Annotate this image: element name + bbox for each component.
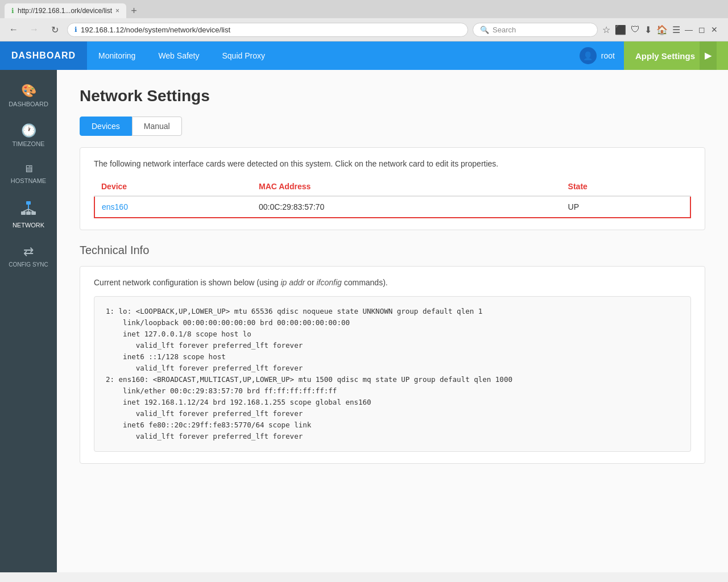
window-controls: — ◻ ✕: [685, 25, 722, 34]
content-area: Network Settings Devices Manual The foll…: [57, 70, 728, 572]
maximize-button[interactable]: ◻: [698, 25, 705, 34]
network-icon: [20, 200, 36, 219]
tech-desc-cmd1: ip addr: [280, 278, 305, 287]
column-header-state: State: [561, 177, 690, 196]
sidebar-label-timezone: TIMEZONE: [13, 140, 45, 147]
reading-mode-icon[interactable]: ⬛: [615, 24, 626, 35]
nav-item-websafety[interactable]: Web Safety: [147, 41, 210, 70]
svg-rect-0: [26, 201, 31, 205]
sidebar-label-hostname: HOSTNAME: [11, 177, 46, 184]
search-bar[interactable]: 🔍 Search: [473, 23, 598, 37]
tab-title: http://192.168.1...ork/device/list: [18, 7, 112, 15]
tech-description: Current network configuration is shown b…: [94, 278, 691, 287]
tech-info-title: Technical Info: [80, 244, 705, 257]
search-icon: 🔍: [480, 26, 489, 34]
nav-items: Monitoring Web Safety Squid Proxy: [87, 41, 276, 70]
tech-desc-plain: Current network configuration is shown b…: [94, 278, 280, 287]
avatar: 👤: [580, 47, 597, 64]
refresh-button[interactable]: ↻: [47, 22, 63, 38]
apply-settings-button[interactable]: Apply Settings ▶: [624, 41, 728, 70]
minimize-button[interactable]: —: [685, 25, 693, 34]
device-description: The following network interface cards we…: [94, 159, 691, 168]
tab-close-button[interactable]: ×: [115, 7, 119, 15]
address-bar[interactable]: ℹ 192.168.1.12/node/system/network/devic…: [67, 23, 468, 37]
svg-line-7: [28, 209, 34, 211]
main-layout: 🎨 DASHBOARD 🕐 TIMEZONE 🖥 HOSTNAME: [0, 70, 728, 572]
dashboard-icon: 🎨: [21, 84, 36, 98]
avatar-icon: 👤: [583, 51, 593, 60]
table-header: Device MAC Address State: [94, 177, 690, 196]
tab-devices[interactable]: Devices: [80, 117, 132, 136]
menu-icon[interactable]: ☰: [672, 24, 680, 35]
browser-toolbar-icons: ☆ ⬛ 🛡 ⬇ 🏠 ☰: [602, 24, 680, 35]
device-table: Device MAC Address State ens160 00:0C:29…: [94, 177, 691, 218]
column-header-device: Device: [94, 177, 252, 196]
browser-chrome: ℹ http://192.168.1...ork/device/list × +…: [0, 0, 728, 41]
download-icon[interactable]: ⬇: [644, 24, 652, 35]
apply-settings-label: Apply Settings: [635, 51, 695, 61]
column-header-mac: MAC Address: [252, 177, 561, 196]
sidebar-label-network: NETWORK: [13, 222, 44, 228]
apply-settings-arrow-icon: ▶: [700, 41, 717, 70]
tab-manual[interactable]: Manual: [132, 117, 182, 136]
browser-tab-bar: ℹ http://192.168.1...ork/device/list × +: [0, 0, 728, 18]
forward-button[interactable]: →: [26, 22, 42, 38]
device-name[interactable]: ens160: [94, 196, 252, 218]
sidebar-item-hostname[interactable]: 🖥 HOSTNAME: [0, 155, 57, 192]
close-window-button[interactable]: ✕: [711, 25, 718, 34]
svg-rect-2: [26, 211, 31, 215]
device-card: The following network interface cards we…: [80, 147, 705, 230]
configsync-icon: ⇄: [23, 244, 34, 259]
tabs: Devices Manual: [80, 117, 705, 136]
sidebar-label-dashboard: DASHBOARD: [9, 101, 48, 107]
tech-desc-end: commands).: [342, 278, 388, 287]
bookmark-star-icon[interactable]: ☆: [602, 24, 610, 35]
search-placeholder: Search: [493, 26, 516, 34]
home-icon[interactable]: 🏠: [656, 24, 668, 35]
tech-info-card: Current network configuration is shown b…: [80, 266, 705, 464]
sidebar-item-network[interactable]: NETWORK: [0, 192, 57, 236]
tech-desc-mid: or: [305, 278, 316, 287]
brand-logo: DASHBOARD: [0, 41, 87, 70]
nav-right: 👤 root Apply Settings ▶: [570, 41, 728, 70]
svg-line-5: [23, 209, 28, 211]
sidebar: 🎨 DASHBOARD 🕐 TIMEZONE 🖥 HOSTNAME: [0, 70, 57, 572]
user-section: 👤 root: [570, 47, 624, 64]
username-label: root: [601, 51, 615, 60]
app-wrapper: DASHBOARD Monitoring Web Safety Squid Pr…: [0, 41, 728, 572]
timezone-icon: 🕐: [21, 123, 36, 138]
code-block: 1: lo: <LOOPBACK,UP,LOWER_UP> mtu 65536 …: [94, 296, 691, 452]
device-state: UP: [561, 196, 690, 218]
sidebar-label-configsync: CONFIG SYNC: [9, 261, 48, 268]
svg-rect-3: [31, 211, 36, 215]
table-body: ens160 00:0C:29:83:57:70 UP: [94, 196, 690, 218]
hostname-icon: 🖥: [23, 163, 34, 175]
device-link[interactable]: ens160: [102, 202, 128, 211]
nav-item-monitoring[interactable]: Monitoring: [87, 41, 147, 70]
top-navigation: DASHBOARD Monitoring Web Safety Squid Pr…: [0, 41, 728, 70]
table-row[interactable]: ens160 00:0C:29:83:57:70 UP: [94, 196, 690, 218]
url-text: 192.168.1.12/node/system/network/device/…: [81, 26, 230, 34]
browser-tab[interactable]: ℹ http://192.168.1...ork/device/list ×: [5, 3, 126, 18]
svg-rect-1: [21, 211, 26, 215]
page-title: Network Settings: [80, 87, 705, 105]
sidebar-item-configsync[interactable]: ⇄ CONFIG SYNC: [0, 236, 57, 276]
device-mac: 00:0C:29:83:57:70: [252, 196, 561, 218]
sidebar-item-timezone[interactable]: 🕐 TIMEZONE: [0, 115, 57, 155]
secure-icon: ℹ: [75, 26, 77, 34]
back-button[interactable]: ←: [6, 22, 22, 38]
sidebar-item-dashboard[interactable]: 🎨 DASHBOARD: [0, 76, 57, 115]
info-icon: ℹ: [11, 7, 14, 15]
new-tab-button[interactable]: +: [126, 5, 142, 17]
nav-item-squidproxy[interactable]: Squid Proxy: [211, 41, 276, 70]
shield-icon[interactable]: 🛡: [631, 24, 640, 35]
browser-controls: ← → ↻ ℹ 192.168.1.12/node/system/network…: [0, 18, 728, 41]
tech-desc-cmd2: ifconfig: [316, 278, 341, 287]
